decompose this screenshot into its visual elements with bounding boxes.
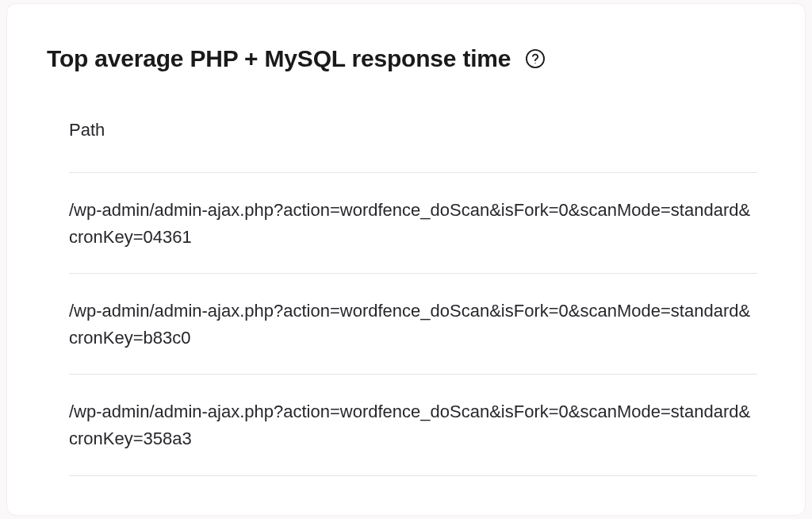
response-time-table: Path /wp-admin/admin-ajax.php?action=wor…	[47, 120, 765, 476]
table-row[interactable]: /wp-admin/admin-ajax.php?action=wordfenc…	[69, 274, 757, 375]
table-row[interactable]: /wp-admin/admin-ajax.php?action=wordfenc…	[69, 375, 757, 475]
response-time-card: Top average PHP + MySQL response time Pa…	[6, 3, 806, 516]
table-row[interactable]: /wp-admin/admin-ajax.php?action=wordfenc…	[69, 173, 757, 274]
table-column-header-path: Path	[69, 120, 757, 173]
svg-point-1	[535, 63, 536, 63]
help-icon[interactable]	[525, 48, 546, 69]
card-title: Top average PHP + MySQL response time	[47, 45, 511, 72]
svg-point-0	[527, 50, 544, 67]
card-header: Top average PHP + MySQL response time	[47, 45, 765, 72]
